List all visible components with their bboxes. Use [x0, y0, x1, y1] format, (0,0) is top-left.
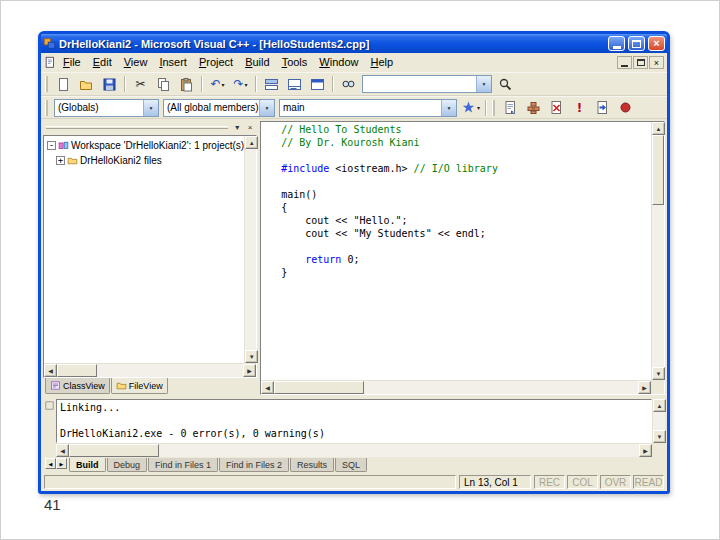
editor-vertical-scrollbar[interactable]: ▲ ▼	[651, 122, 664, 380]
scroll-up-icon[interactable]: ▲	[652, 122, 665, 135]
output-tab-debug[interactable]: Debug	[107, 458, 148, 472]
globals-combo[interactable]: (Globals) ▼	[54, 99, 159, 117]
members-combo[interactable]: (All global members) ▼	[163, 99, 275, 117]
scroll-down-icon[interactable]: ▼	[245, 350, 258, 363]
code-line[interactable]: return 0;	[281, 253, 649, 266]
scroll-down-icon[interactable]: ▼	[653, 430, 666, 443]
close-button[interactable]: ×	[648, 36, 665, 51]
tree-item-project-files[interactable]: + DrHelloKiani2 files	[47, 153, 244, 168]
minimize-button[interactable]	[608, 36, 625, 51]
code-area[interactable]: // Hello To Students// By Dr. Kourosh Ki…	[261, 122, 651, 380]
maximize-button[interactable]	[628, 36, 645, 51]
scrollbar-thumb[interactable]	[652, 135, 664, 205]
open-folder-button[interactable]	[75, 74, 98, 94]
code-line[interactable]: cout << "Hello.";	[281, 214, 649, 227]
stop-build-button[interactable]	[545, 98, 568, 118]
scroll-left-icon[interactable]: ◀	[44, 364, 57, 377]
output-button[interactable]	[283, 74, 306, 94]
output-panel-grip[interactable]	[43, 399, 56, 443]
redo-button[interactable]: ↷▾	[229, 74, 252, 94]
chevron-down-icon[interactable]: ▼	[259, 100, 274, 116]
output-tab-build[interactable]: Build	[69, 458, 106, 472]
scrollbar-thumb[interactable]	[57, 364, 97, 377]
scrollbar-thumb[interactable]	[274, 381, 364, 394]
chevron-down-icon[interactable]: ▾	[245, 81, 248, 88]
output-tab-find-in-files-2[interactable]: Find in Files 2	[219, 458, 289, 472]
expand-icon[interactable]: +	[56, 156, 65, 165]
scroll-left-icon[interactable]: ◀	[56, 444, 69, 457]
output-tab-sql[interactable]: SQL	[335, 458, 367, 472]
window-list-button[interactable]	[306, 74, 329, 94]
tree-item-workspace[interactable]: - Workspace 'DrHelloKiani2': 1 project(s…	[47, 138, 244, 153]
search-button[interactable]	[494, 74, 517, 94]
breakpoint-button[interactable]	[614, 98, 637, 118]
cut-button[interactable]: ✂	[129, 74, 152, 94]
chevron-down-icon[interactable]: ▼	[143, 100, 158, 116]
scroll-down-icon[interactable]: ▼	[652, 367, 665, 380]
tab-classview[interactable]: ClassView	[45, 378, 110, 394]
chevron-down-icon[interactable]: ▾	[477, 104, 480, 111]
wizard-action-button[interactable]: ▾	[459, 98, 482, 118]
dock-pin-button[interactable]: ▾	[231, 122, 243, 133]
scrollbar-thumb[interactable]	[69, 444, 159, 457]
mdi-close-button[interactable]: ×	[649, 56, 664, 69]
undo-button[interactable]: ↶▾	[206, 74, 229, 94]
save-button[interactable]	[98, 74, 121, 94]
toolbar-grip[interactable]	[492, 100, 495, 116]
find-in-files-button[interactable]	[337, 74, 360, 94]
paste-button[interactable]	[175, 74, 198, 94]
output-horizontal-scrollbar[interactable]: ◀ ▶	[56, 443, 652, 457]
new-file-button[interactable]	[52, 74, 75, 94]
go-button[interactable]	[591, 98, 614, 118]
tab-fileview[interactable]: FileView	[111, 378, 168, 394]
tabs-scroll-right-icon[interactable]: ▶	[56, 458, 67, 469]
chevron-down-icon[interactable]: ▾	[222, 81, 225, 88]
scroll-right-icon[interactable]: ▶	[638, 381, 651, 394]
panel-grip[interactable]	[46, 126, 228, 129]
workspace-button[interactable]	[260, 74, 283, 94]
menu-help[interactable]: Help	[364, 55, 399, 70]
function-combo[interactable]: main ▼	[279, 99, 457, 117]
output-vertical-scrollbar[interactable]: ▲ ▼	[652, 399, 665, 443]
workspace-panel-header[interactable]: ▾ ×	[43, 121, 257, 135]
scroll-left-icon[interactable]: ◀	[261, 381, 274, 394]
build-button[interactable]	[522, 98, 545, 118]
code-line[interactable]: cout << "My Students" << endl;	[281, 227, 649, 240]
panel-close-button[interactable]: ×	[244, 122, 256, 133]
find-text-combo[interactable]: ▼	[362, 75, 492, 93]
code-line[interactable]: main()	[281, 188, 649, 201]
copy-button[interactable]	[152, 74, 175, 94]
code-line[interactable]: }	[281, 266, 649, 279]
compile-button[interactable]	[499, 98, 522, 118]
code-line[interactable]: #include <iostream.h> // I/O library	[281, 162, 649, 175]
output-text[interactable]: Linking... DrHelloKiani2.exe - 0 error(s…	[56, 399, 652, 443]
toolbar-grip[interactable]	[45, 76, 48, 92]
scroll-right-icon[interactable]: ▶	[243, 364, 256, 377]
code-line[interactable]: // By Dr. Kourosh Kiani	[281, 136, 649, 149]
code-line[interactable]	[281, 240, 649, 253]
collapse-icon[interactable]: -	[47, 141, 56, 150]
title-bar[interactable]: DrHelloKiani2 - Microsoft Visual C++ - […	[41, 34, 667, 53]
code-line[interactable]: // Hello To Students	[281, 123, 649, 136]
workspace-tree[interactable]: - Workspace 'DrHelloKiani2': 1 project(s…	[44, 136, 244, 363]
execute-button[interactable]: !	[568, 98, 591, 118]
output-tab-results[interactable]: Results	[290, 458, 334, 472]
editor-horizontal-scrollbar[interactable]: ◀ ▶	[261, 380, 651, 394]
scroll-right-icon[interactable]: ▶	[639, 444, 652, 457]
menu-insert[interactable]: Insert	[153, 55, 193, 70]
code-line[interactable]: {	[281, 201, 649, 214]
scroll-up-icon[interactable]: ▲	[653, 399, 666, 412]
menu-project[interactable]: Project	[193, 55, 239, 70]
code-line[interactable]	[281, 149, 649, 162]
scroll-up-icon[interactable]: ▲	[245, 136, 258, 149]
menu-tools[interactable]: Tools	[276, 55, 314, 70]
menu-build[interactable]: Build	[239, 55, 275, 70]
toolbar-grip[interactable]	[45, 100, 48, 116]
code-line[interactable]	[281, 175, 649, 188]
menu-window[interactable]: Window	[313, 55, 364, 70]
output-tab-find-in-files-1[interactable]: Find in Files 1	[148, 458, 218, 472]
tree-horizontal-scrollbar[interactable]: ◀ ▶	[44, 363, 256, 377]
mdi-minimize-button[interactable]	[617, 56, 632, 69]
chevron-down-icon[interactable]: ▼	[476, 76, 491, 92]
menu-edit[interactable]: Edit	[87, 55, 118, 70]
